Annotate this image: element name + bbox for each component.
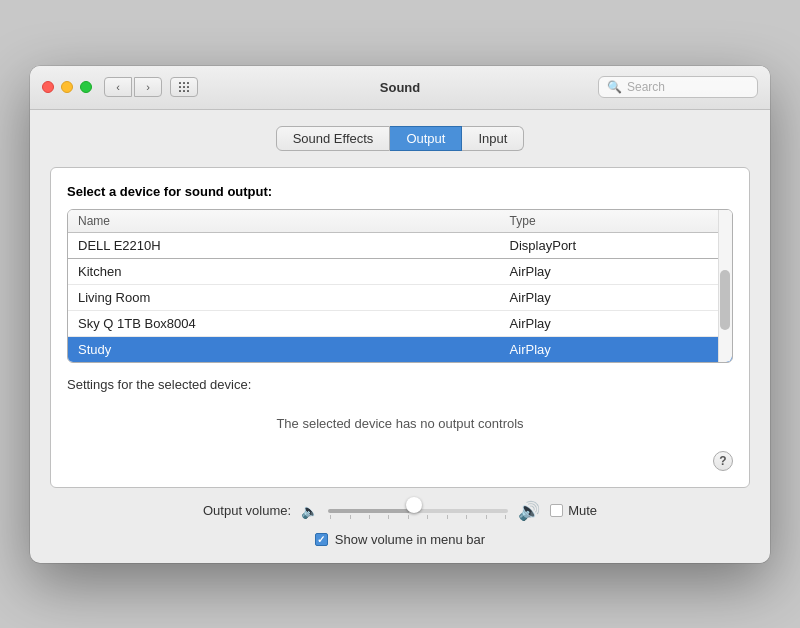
traffic-lights: [42, 81, 92, 93]
help-row: ?: [67, 451, 733, 471]
close-button[interactable]: [42, 81, 54, 93]
tab-output[interactable]: Output: [390, 126, 462, 151]
device-name: Kitchen: [68, 258, 500, 284]
device-name: Sky Q 1TB Box8004: [68, 310, 500, 336]
volume-slider[interactable]: [328, 509, 508, 513]
search-icon: 🔍: [607, 80, 622, 94]
no-controls-text: The selected device has no output contro…: [67, 400, 733, 447]
window-title: Sound: [380, 80, 420, 95]
help-button[interactable]: ?: [713, 451, 733, 471]
volume-high-icon: 🔊: [518, 500, 540, 522]
slider-ticks: [328, 515, 508, 519]
menubar-checkbox[interactable]: ✓: [315, 533, 328, 546]
volume-row: Output volume: 🔈 🔊: [50, 500, 750, 522]
table-row-selected[interactable]: Study AirPlay: [68, 336, 732, 362]
device-name: DELL E2210H: [68, 232, 500, 258]
table-row[interactable]: Living Room AirPlay: [68, 284, 732, 310]
tab-input[interactable]: Input: [462, 126, 524, 151]
nav-buttons: ‹ ›: [104, 77, 162, 97]
main-window: ‹ › Sound 🔍 Search Sound Effects Output …: [30, 66, 770, 563]
maximize-button[interactable]: [80, 81, 92, 93]
device-type: AirPlay: [500, 284, 732, 310]
tab-bar: Sound Effects Output Input: [50, 126, 750, 151]
device-type: AirPlay: [500, 336, 732, 362]
panel-title: Select a device for sound output:: [67, 184, 733, 199]
search-placeholder: Search: [627, 80, 665, 94]
col-type-header: Type: [500, 210, 732, 233]
scrollbar-track[interactable]: [718, 210, 732, 362]
settings-label: Settings for the selected device:: [67, 377, 733, 392]
device-type: DisplayPort: [500, 232, 732, 258]
mute-checkbox[interactable]: [550, 504, 563, 517]
table-row[interactable]: DELL E2210H DisplayPort: [68, 232, 732, 258]
grid-icon: [179, 82, 190, 93]
forward-button[interactable]: ›: [134, 77, 162, 97]
output-panel: Select a device for sound output: Name T…: [50, 167, 750, 488]
volume-label: Output volume:: [203, 503, 291, 518]
grid-button[interactable]: [170, 77, 198, 97]
device-type: AirPlay: [500, 258, 732, 284]
device-name: Study: [68, 336, 500, 362]
scrollbar-thumb[interactable]: [720, 270, 730, 330]
main-content: Sound Effects Output Input Select a devi…: [30, 110, 770, 563]
volume-slider-thumb[interactable]: [406, 497, 422, 513]
minimize-button[interactable]: [61, 81, 73, 93]
volume-low-icon: 🔈: [301, 503, 318, 519]
device-type: AirPlay: [500, 310, 732, 336]
mute-row: Mute: [550, 503, 597, 518]
mute-label: Mute: [568, 503, 597, 518]
device-table: Name Type DELL E2210H DisplayPort Kitche…: [67, 209, 733, 363]
menubar-label: Show volume in menu bar: [335, 532, 485, 547]
titlebar: ‹ › Sound 🔍 Search: [30, 66, 770, 110]
col-name-header: Name: [68, 210, 500, 233]
device-table-scroll[interactable]: Name Type DELL E2210H DisplayPort Kitche…: [68, 210, 732, 362]
tab-sound-effects[interactable]: Sound Effects: [276, 126, 391, 151]
table-row[interactable]: Sky Q 1TB Box8004 AirPlay: [68, 310, 732, 336]
menubar-row: ✓ Show volume in menu bar: [50, 532, 750, 547]
search-box[interactable]: 🔍 Search: [598, 76, 758, 98]
table-row[interactable]: Kitchen AirPlay: [68, 258, 732, 284]
back-button[interactable]: ‹: [104, 77, 132, 97]
device-name: Living Room: [68, 284, 500, 310]
